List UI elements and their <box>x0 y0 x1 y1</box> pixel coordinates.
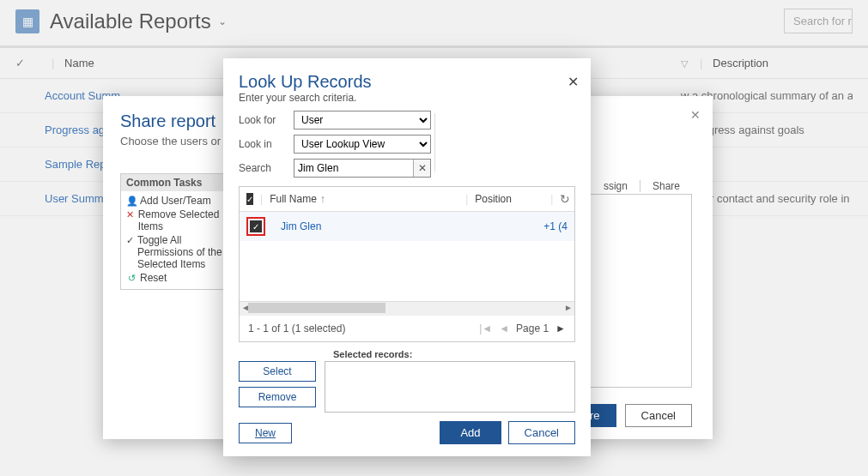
divider <box>434 113 435 172</box>
lookup-records-dialog: ✕ Look Up Records Enter your search crit… <box>223 58 591 456</box>
filter-icon[interactable]: ▽ <box>681 58 688 69</box>
cancel-button[interactable]: Cancel <box>625 404 692 427</box>
reset-link[interactable]: ↺Reset <box>126 272 226 284</box>
first-page-icon[interactable]: |◄ <box>479 322 492 334</box>
toggle-permissions-link[interactable]: ✓Toggle All Permissions of the Selected … <box>126 234 226 270</box>
remove-selected-link[interactable]: ✕Remove Selected Items <box>126 208 226 232</box>
search-input[interactable] <box>294 159 431 178</box>
column-header-description[interactable]: Description <box>713 57 768 69</box>
close-icon[interactable]: ✕ <box>690 108 701 122</box>
result-phone: +1 (4 <box>543 220 568 232</box>
select-all-checkbox[interactable]: ✓ <box>15 57 41 69</box>
cancel-button[interactable]: Cancel <box>508 421 575 444</box>
reports-icon: ▦ <box>15 9 39 33</box>
page-label: Page 1 <box>516 322 549 334</box>
select-all-checkbox[interactable]: ✓ <box>246 193 253 205</box>
look-in-select[interactable]: User Lookup View <box>294 135 431 154</box>
look-for-select[interactable]: User <box>294 111 431 130</box>
result-row[interactable]: ✓ Jim Glen +1 (4 <box>240 212 574 241</box>
next-page-icon[interactable]: ► <box>555 322 566 334</box>
scrollbar-thumb[interactable] <box>248 303 385 313</box>
lookup-title: Look Up Records <box>239 72 575 92</box>
prev-page-icon[interactable]: ◄ <box>499 322 509 334</box>
look-in-label: Look in <box>239 138 294 150</box>
new-button[interactable]: New <box>239 423 292 443</box>
result-name-link[interactable]: Jim Glen <box>281 220 321 232</box>
reset-icon: ↺ <box>126 272 137 284</box>
selected-records-label: Selected records: <box>333 349 575 359</box>
close-icon[interactable]: ✕ <box>568 74 579 90</box>
global-search-input[interactable]: Search for re <box>784 9 853 33</box>
column-header-position[interactable]: Position <box>475 193 543 205</box>
results-blank <box>240 241 574 301</box>
add-user-team-link[interactable]: 👤Add User/Team <box>126 195 226 207</box>
common-tasks-header: Common Tasks <box>121 174 231 191</box>
common-tasks-panel: Common Tasks 👤Add User/Team ✕Remove Sele… <box>120 173 232 290</box>
refresh-icon[interactable]: ↻ <box>560 192 570 206</box>
user-icon: 👤 <box>126 195 137 207</box>
look-for-label: Look for <box>239 114 294 126</box>
select-button[interactable]: Select <box>239 361 316 382</box>
page-title: Available Reports <box>50 9 211 33</box>
column-header-full-name[interactable]: Full Name <box>270 193 317 205</box>
share-link[interactable]: Share <box>640 180 692 192</box>
scroll-right-icon[interactable]: ► <box>562 302 574 314</box>
assign-link[interactable]: ssign <box>592 180 640 192</box>
remove-button[interactable]: Remove <box>239 387 316 407</box>
chevron-down-icon[interactable]: ⌄ <box>218 15 227 27</box>
remove-icon: ✕ <box>126 208 135 220</box>
selected-records-box <box>325 361 575 413</box>
clear-search-icon[interactable]: ✕ <box>413 160 430 177</box>
check-icon: ✓ <box>126 234 134 246</box>
pager-status: 1 - 1 of 1 (1 selected) <box>248 322 345 334</box>
sort-asc-icon: ↑ <box>320 193 325 205</box>
horizontal-scrollbar[interactable]: ◄ ► <box>240 301 574 315</box>
lookup-subtitle: Enter your search criteria. <box>239 92 575 104</box>
search-label: Search <box>239 162 294 174</box>
row-checkbox[interactable]: ✓ <box>250 220 262 232</box>
add-button[interactable]: Add <box>440 421 501 444</box>
column-header-name[interactable]: Name <box>64 57 94 69</box>
